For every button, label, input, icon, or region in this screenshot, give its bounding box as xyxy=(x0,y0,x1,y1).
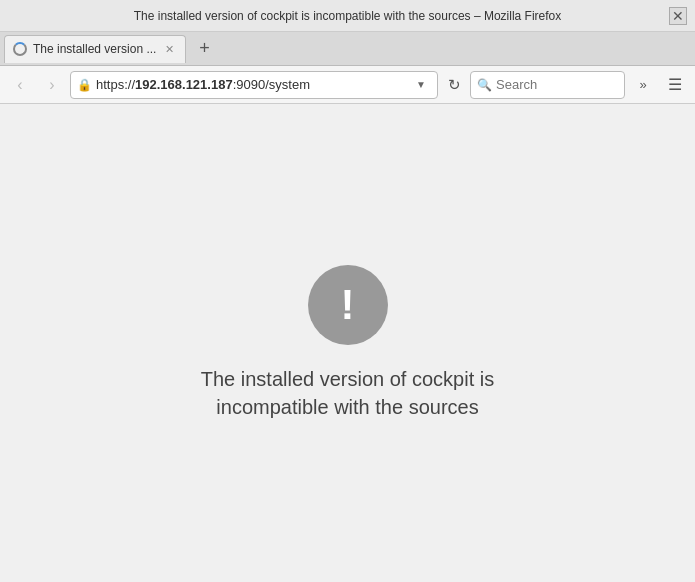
refresh-button[interactable]: ↻ xyxy=(442,73,466,97)
page-content: ! The installed version of cockpit is in… xyxy=(0,104,695,582)
address-path: :9090/system xyxy=(233,77,310,92)
search-icon: 🔍 xyxy=(477,78,492,92)
window-close-button[interactable]: ✕ xyxy=(669,7,687,25)
nav-bar: ‹ › 🔒 https://192.168.121.187:9090/syste… xyxy=(0,66,695,104)
lock-icon: 🔒 xyxy=(77,78,92,92)
browser-tab[interactable]: The installed version ... ✕ xyxy=(4,35,186,63)
new-tab-button[interactable]: + xyxy=(190,35,218,63)
address-domain: 192.168.121.187 xyxy=(135,77,233,92)
search-input[interactable] xyxy=(496,77,618,92)
nav-more-button[interactable]: » xyxy=(629,71,657,99)
window-title: The installed version of cockpit is inco… xyxy=(134,9,562,23)
tab-bar: The installed version ... ✕ + xyxy=(0,32,695,66)
back-button[interactable]: ‹ xyxy=(6,71,34,99)
address-bar-wrapper[interactable]: 🔒 https://192.168.121.187:9090/system ▼ xyxy=(70,71,438,99)
tab-close-button[interactable]: ✕ xyxy=(162,42,177,57)
tab-loading-icon xyxy=(13,42,27,56)
address-prefix: https:// xyxy=(96,77,135,92)
tab-label: The installed version ... xyxy=(33,42,156,56)
search-bar-wrapper[interactable]: 🔍 xyxy=(470,71,625,99)
address-bar: https://192.168.121.187:9090/system xyxy=(96,77,407,92)
error-message-line1: The installed version of cockpit is xyxy=(201,365,494,393)
title-bar: The installed version of cockpit is inco… xyxy=(0,0,695,32)
forward-button[interactable]: › xyxy=(38,71,66,99)
menu-button[interactable]: ☰ xyxy=(661,71,689,99)
error-message: The installed version of cockpit is inco… xyxy=(201,365,494,421)
error-message-line2: incompatible with the sources xyxy=(201,393,494,421)
error-icon: ! xyxy=(308,265,388,345)
address-dropdown-button[interactable]: ▼ xyxy=(411,71,431,99)
